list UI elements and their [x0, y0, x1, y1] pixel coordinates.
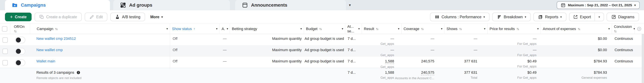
row-checkbox[interactable]: [2, 37, 8, 43]
column-header-price-for-results[interactable]: Price for results ↑↓ ▾: [488, 24, 541, 34]
ab-testing-button[interactable]: A/B testing: [110, 13, 145, 21]
export-options-button[interactable]: ▾: [595, 13, 604, 21]
coverage-sublabel: Accounts in the Account C...: [395, 76, 434, 80]
table-row: New walllet cmp Off — Maximum quantity A…: [0, 45, 644, 57]
add-column-button[interactable]: [635, 24, 644, 34]
filter-chevron-down-icon[interactable]: ▾: [342, 27, 343, 30]
filter-chevron-down-icon[interactable]: ▾: [608, 27, 610, 30]
toggle-knob: [16, 49, 21, 54]
column-header-off-on[interactable]: Off/On ↑↓: [10, 24, 30, 34]
column-header-result[interactable]: Result ↑↓ ▾: [362, 24, 402, 34]
campaign-toggle-off[interactable]: [15, 37, 25, 43]
tab-campaigns[interactable]: Campaigns: [5, 0, 110, 10]
conclusion-value: Continuous: [614, 37, 633, 41]
filter-chevron-down-icon[interactable]: ▾: [537, 27, 539, 30]
column-header-shows[interactable]: Shows ↑↓ ▾: [444, 24, 488, 34]
column-header-attribution[interactable]: At... se... ▾: [345, 24, 362, 34]
diagrams-button[interactable]: Diagrams: [606, 13, 639, 21]
tab-ad-groups-label: Ad groups: [129, 3, 152, 8]
sort-icon: ↑↓: [55, 27, 57, 31]
edit-button[interactable]: Edit: [85, 13, 108, 21]
campaign-toggle-off[interactable]: [15, 59, 25, 66]
price-sublabel: For Get_apps: [517, 65, 536, 68]
budget-value: Ad group budget is used: [304, 59, 344, 63]
chevron-down-icon: ▾: [598, 16, 600, 18]
shows-value: —: [474, 37, 477, 41]
column-header-campaign[interactable]: Campaign ↑↓ ▾: [30, 24, 170, 34]
conclusion-value: Continuous: [614, 48, 633, 52]
export-button[interactable]: Export: [570, 13, 594, 21]
chevron-down-icon: ▾: [525, 16, 526, 18]
column-header-coverage[interactable]: Coverage ↑↓ ▾: [402, 24, 444, 34]
summary-title: Results of 3 campaigns: [36, 70, 74, 75]
betting-strategy-value: Maximum quantity: [272, 37, 302, 41]
result-value: —: [390, 37, 394, 41]
sort-icon: ↑↓: [578, 27, 580, 31]
filter-chevron-down-icon[interactable]: ▾: [484, 27, 486, 30]
tabs-overflow-chevron-down-icon[interactable]: ▾: [349, 3, 351, 7]
sort-icon: ↑↓: [14, 29, 24, 33]
column-header-account[interactable]: A. ▾: [220, 24, 230, 34]
sort-icon: ↑↓: [614, 29, 632, 33]
column-header-betting-strategy[interactable]: Betting strategy ▾: [230, 24, 304, 34]
info-icon[interactable]: [76, 70, 80, 75]
row-checkbox[interactable]: [2, 60, 8, 65]
chevron-down-icon: ▾: [484, 16, 485, 18]
vertical-scrollbar[interactable]: [642, 34, 644, 83]
filter-chevron-down-icon[interactable]: ▾: [216, 27, 218, 30]
toolbar: + Create Create a duplicate Edit A/B tes…: [0, 10, 644, 24]
toggle-knob: [16, 38, 21, 42]
create-button[interactable]: + Create: [5, 13, 32, 21]
total-expenses-value: $784.93: [594, 70, 607, 75]
table-tools: Columns : Performance ▾ Breakdown ▾ Repo…: [430, 13, 639, 21]
result-value-link[interactable]: 1,588: [385, 59, 394, 64]
tab-ad-groups[interactable]: Ad groups: [113, 0, 230, 10]
create-duplicate-button[interactable]: Create a duplicate: [34, 13, 82, 21]
campaign-link[interactable]: Wallet main: [36, 59, 55, 63]
columns-button[interactable]: Columns : Performance ▾: [430, 13, 490, 21]
column-header-conclusion[interactable]: Conclusion ↑↓ ▾: [612, 24, 635, 34]
total-coverage-value-link[interactable]: 240,575: [421, 70, 434, 75]
campaign-link[interactable]: New walllet cmp 234512: [36, 37, 76, 41]
budget-value: Ad group budget is used: [304, 37, 344, 41]
filter-chevron-down-icon[interactable]: ▾: [441, 27, 442, 30]
grid-icon: [120, 2, 126, 8]
expenses-value: $784.93: [594, 59, 607, 63]
betting-strategy-value: Maximum quantity: [272, 48, 302, 52]
column-header-show-status[interactable]: Show status ↑ ▾: [170, 24, 220, 34]
reports-button[interactable]: Reports ▾: [533, 13, 566, 21]
export-icon: [573, 15, 578, 19]
price-value: —: [533, 48, 536, 52]
row-checkbox[interactable]: [2, 49, 8, 54]
account-value: —: [223, 37, 226, 41]
more-button[interactable]: More ▾: [148, 13, 165, 21]
campaign-link[interactable]: New walllet cmp: [36, 48, 63, 52]
campaign-toggle-off[interactable]: [15, 48, 25, 55]
chevron-down-icon: ▾: [560, 16, 562, 18]
attribution-value: 7 d...: [348, 59, 356, 63]
campaigns-table: Off/On ↑↓ Campaign ↑↓ ▾ Show status ↑ ▾ …: [0, 24, 644, 83]
filter-chevron-down-icon[interactable]: ▾: [300, 27, 302, 30]
copy-icon: [39, 15, 44, 19]
table-summary-row: Results of 3 campaigns Remote objects ar…: [0, 68, 644, 83]
pencil-icon: [89, 15, 94, 19]
attribution-value: 7 d...: [348, 70, 356, 75]
summary-title-line: Results of 3 campaigns: [36, 70, 80, 75]
filter-chevron-down-icon[interactable]: ▾: [166, 27, 168, 30]
sort-icon: ↑↓: [319, 27, 322, 31]
date-range-button[interactable]: Maximum : Sep 21, 2022 – Oct 21, 2025 ▾: [557, 1, 640, 9]
column-header-budget[interactable]: Budget ↑↓ ▾: [304, 24, 345, 34]
breakdown-button[interactable]: Breakdown ▾: [492, 13, 531, 21]
tab-announcements[interactable]: Announcements: [235, 0, 346, 10]
betting-strategy-value: Maximum quantity: [272, 59, 302, 63]
tab-campaigns-label: Campaigns: [21, 3, 46, 8]
filter-chevron-down-icon[interactable]: ▾: [398, 27, 400, 30]
select-all-checkbox[interactable]: [2, 26, 7, 32]
account-value: —: [223, 59, 226, 63]
column-header-amount-of-expenses[interactable]: Amount of expenses ↑↓ ▾: [541, 24, 612, 34]
account-value: —: [223, 48, 226, 52]
total-price-value: $0.49: [528, 70, 536, 75]
filter-chevron-down-icon[interactable]: ▾: [227, 27, 228, 30]
conclusion-value: Continuous: [614, 59, 633, 63]
filter-chevron-down-icon[interactable]: ▾: [358, 27, 360, 30]
